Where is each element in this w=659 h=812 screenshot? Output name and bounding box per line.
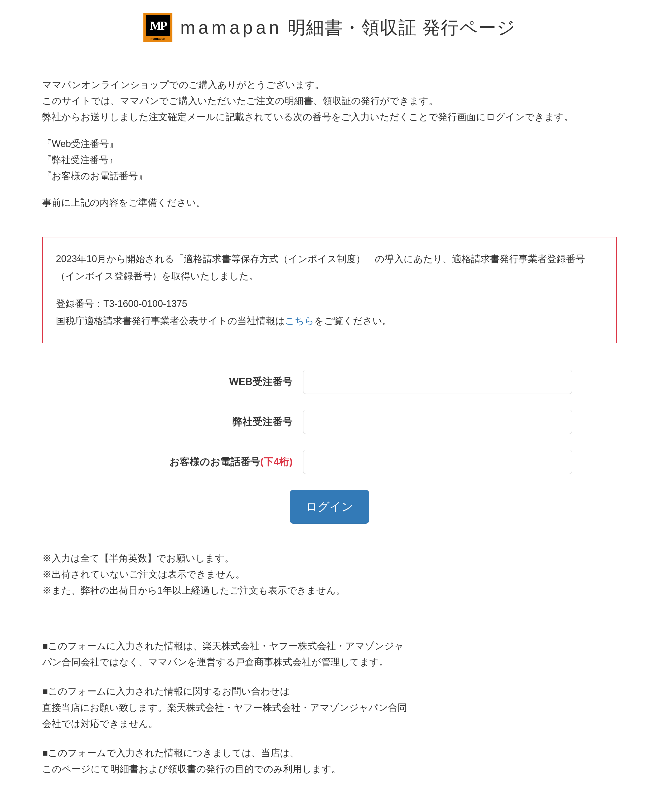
notice-text: 2023年10月から開始される「適格請求書等保存方式（インボイス制度）」の導入に… bbox=[56, 250, 603, 285]
nta-info-link[interactable]: こちら bbox=[285, 315, 314, 326]
phone-label: お客様のお電話番号(下4桁) bbox=[84, 455, 303, 469]
note-line: ※入力は全て【半角英数】でお願いします。 bbox=[42, 550, 617, 566]
note-line: ※出荷されていないご注文は表示できません。 bbox=[42, 566, 617, 582]
input-notes: ※入力は全て【半角英数】でお願いします。 ※出荷されていないご注文は表示できませ… bbox=[42, 550, 617, 599]
note-line: ※また、弊社の出荷日から1年以上経過したご注文も表示できません。 bbox=[42, 582, 617, 598]
intro-line: ママパンオンラインショップでのご購入ありがとうございます。 bbox=[42, 77, 617, 93]
intro-line: このサイトでは、ママパンでご購入いただいたご注文の明細書、領収証の発行ができます… bbox=[42, 93, 617, 109]
brand-logo: MP mamapan bbox=[143, 13, 172, 42]
disclaimer-line: ■このフォームに入力された情報は、楽天株式会社・ヤフー株式会社・アマゾンジャ bbox=[42, 638, 495, 654]
company-order-input[interactable] bbox=[303, 410, 572, 434]
page-header: MP mamapan mamapan 明細書・領収証 発行ページ bbox=[0, 0, 659, 58]
login-button[interactable]: ログイン bbox=[290, 490, 369, 524]
invoice-notice-box: 2023年10月から開始される「適格請求書等保存方式（インボイス制度）」の導入に… bbox=[42, 237, 617, 343]
company-order-label: 弊社受注番号 bbox=[84, 415, 303, 428]
brand-name: mamapan bbox=[180, 17, 282, 38]
intro-line: 弊社からお送りしました注文確定メールに記載されている次の番号をご入力いただくこと… bbox=[42, 109, 617, 125]
phone-input[interactable] bbox=[303, 450, 572, 474]
notice-link-line: 国税庁適格請求書発行事業者公表サイトの当社情報はこちらをご覧ください。 bbox=[56, 313, 603, 330]
login-form: WEB受注番号 弊社受注番号 お客様のお電話番号(下4桁) ログイン bbox=[84, 370, 575, 524]
disclaimer-line: ■このフォームに入力された情報に関するお問い合わせは bbox=[42, 683, 495, 699]
intro-section: ママパンオンラインショップでのご購入ありがとうございます。 このサイトでは、ママ… bbox=[42, 77, 617, 211]
intro-required-item: 『お客様のお電話番号』 bbox=[42, 168, 617, 184]
page-title: mamapan 明細書・領収証 発行ページ bbox=[180, 16, 516, 40]
intro-required-item: 『弊社受注番号』 bbox=[42, 152, 617, 168]
disclaimer-line: パン合同会社ではなく、ママパンを運営する戸倉商事株式会社が管理してます。 bbox=[42, 654, 495, 670]
logo-icon: MP bbox=[146, 15, 170, 36]
disclaimer-line: 直接当店にお願い致します。楽天株式会社・ヤフー株式会社・アマゾンジャパン合同 bbox=[42, 700, 495, 716]
web-order-label: WEB受注番号 bbox=[84, 375, 303, 388]
disclaimer-line: ■このフォームで入力された情報につきましては、当店は、 bbox=[42, 745, 495, 761]
intro-required-item: 『Web受注番号』 bbox=[42, 136, 617, 152]
registration-number: 登録番号：T3-1600-0100-1375 bbox=[56, 295, 603, 313]
disclaimer-line: 会社では対応できません。 bbox=[42, 716, 495, 732]
logo-subtext: mamapan bbox=[151, 37, 165, 41]
disclaimer-line: このページにて明細書および領収書の発行の目的でのみ利用します。 bbox=[42, 761, 495, 777]
disclaimer-section: ■このフォームに入力された情報は、楽天株式会社・ヤフー株式会社・アマゾンジャ パ… bbox=[42, 638, 495, 777]
title-suffix: 明細書・領収証 発行ページ bbox=[282, 17, 516, 38]
web-order-input[interactable] bbox=[303, 370, 572, 394]
intro-line: 事前に上記の内容をご準備ください。 bbox=[42, 194, 617, 211]
